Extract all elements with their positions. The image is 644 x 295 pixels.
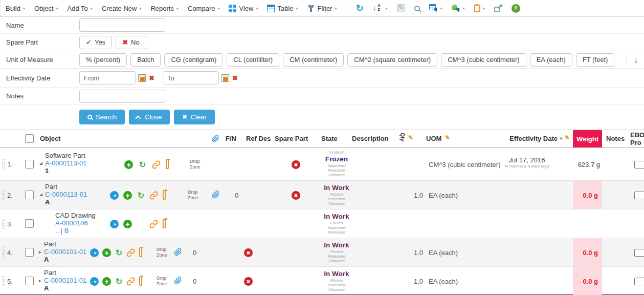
menu-compare[interactable]: Compare▾ <box>188 5 219 12</box>
refresh-icon[interactable]: ↻ <box>356 3 363 14</box>
row-checkbox[interactable] <box>25 277 34 285</box>
drop-zone[interactable]: Drop Zone <box>190 159 205 170</box>
spare-yes-button[interactable]: ✔Yes <box>79 36 112 49</box>
object-link[interactable]: C-0000101-01 <box>44 277 86 284</box>
object-link[interactable]: A-0000106 <box>55 219 88 227</box>
name-input[interactable] <box>79 18 165 32</box>
collapse-triangle-icon[interactable] <box>39 193 42 196</box>
spare-no-button[interactable]: ✖No <box>116 36 146 49</box>
add-icon[interactable]: + <box>102 248 111 257</box>
ebo-input[interactable] <box>634 278 644 285</box>
export-icon[interactable]: ↗ <box>494 4 502 12</box>
expand-triangle-icon[interactable]: ▸ <box>39 277 41 285</box>
uom-option-cm[interactable]: CM (centimeter) <box>283 53 344 67</box>
sort-button[interactable]: ↓AZ▾ <box>373 4 388 13</box>
search-button[interactable]: Search <box>79 110 125 124</box>
add-icon[interactable]: + <box>123 191 132 200</box>
ebo-input[interactable] <box>634 192 644 199</box>
clipboard-icon[interactable] <box>163 219 166 228</box>
link-chain-icon[interactable] <box>126 277 135 286</box>
sync-icon[interactable]: ↻ <box>138 160 147 169</box>
effectivity-edit-pencil-icon[interactable]: ✎ <box>565 134 570 141</box>
link-chain-icon[interactable] <box>149 191 158 200</box>
attachment-paperclip-icon[interactable] <box>212 191 220 199</box>
search-icon[interactable] <box>414 6 420 11</box>
add-icon[interactable]: + <box>123 220 132 228</box>
column-state[interactable]: State <box>321 135 338 142</box>
add-icon[interactable]: + <box>124 160 133 169</box>
menu-object[interactable]: Object▾ <box>34 5 58 12</box>
uom-option-cm3[interactable]: CM^3 (cubic centimeter) <box>441 53 526 67</box>
menu-add-to[interactable]: Add To▾ <box>68 5 93 12</box>
clear-button[interactable]: ✖Clear <box>174 110 214 124</box>
row-checkbox[interactable] <box>25 248 34 257</box>
uom-option-percent[interactable]: % (percent) <box>79 53 127 67</box>
uom-option-ft[interactable]: FT (feet) <box>576 53 615 67</box>
link-chain-icon[interactable] <box>152 160 161 169</box>
menu-table[interactable]: Table▾ <box>267 5 298 12</box>
object-link[interactable]: C-0000113-01 <box>45 191 87 198</box>
uom-edit-pencil-icon[interactable]: ✎ <box>445 134 450 141</box>
link-chain-icon[interactable] <box>149 220 158 228</box>
notes-input[interactable] <box>79 90 165 103</box>
menu-filter[interactable]: Filter▾ <box>307 5 337 12</box>
object-link[interactable]: A-0000113-01 <box>45 159 86 167</box>
drop-zone[interactable]: Drop Zone <box>188 189 203 201</box>
clear-from-date-icon[interactable]: ✖ <box>149 74 154 82</box>
attachments-column-paperclip-icon[interactable] <box>212 135 219 142</box>
column-ref-des[interactable]: Ref Des <box>246 135 271 142</box>
effectivity-to-input[interactable] <box>163 71 219 85</box>
column-notes[interactable]: Notes <box>606 135 625 142</box>
object-link[interactable]: C-0000101-01 <box>44 248 86 256</box>
object-revision[interactable]: ...| B <box>55 227 96 235</box>
edit-icon[interactable]: ✎ <box>397 4 405 12</box>
column-description[interactable]: Description <box>352 135 389 142</box>
column-object[interactable]: Object <box>40 135 60 142</box>
attachment-paperclip-icon[interactable] <box>174 248 182 256</box>
row-checkbox[interactable] <box>25 219 34 228</box>
menu-reports[interactable]: Reports▾ <box>150 5 179 12</box>
uom-option-batch[interactable]: Batch <box>130 53 161 67</box>
sync-icon[interactable]: ↻ <box>115 248 123 257</box>
drag-handle-icon[interactable]: ⣿⣿ <box>2 159 5 170</box>
qty-edit-pencil-icon[interactable]: ✎ <box>408 134 413 141</box>
drag-handle-icon[interactable]: ⣿⣿ <box>2 219 5 229</box>
menu-create-new[interactable]: Create New▾ <box>102 5 142 12</box>
row-checkbox[interactable] <box>25 160 34 168</box>
expand-triangle-icon[interactable]: ▸ <box>39 248 41 256</box>
menu-build[interactable]: Build▾ <box>6 5 25 12</box>
attachment-paperclip-icon[interactable] <box>174 277 182 285</box>
column-fn[interactable]: F/N <box>226 135 236 142</box>
uom-more-arrow[interactable]: ↓ <box>627 53 641 66</box>
ebo-input[interactable] <box>634 249 644 257</box>
object-actions-button[interactable]: ▾ <box>452 4 465 12</box>
sort-caret-icon[interactable]: ▾ <box>560 136 562 141</box>
drag-handle-icon[interactable]: ⣿⣿ <box>2 190 5 200</box>
uom-option-cl[interactable]: CL (centiliter) <box>227 53 279 67</box>
uom-option-cm2[interactable]: CM^2 (square centimeter) <box>347 53 437 67</box>
clipboard-icon[interactable] <box>139 247 142 257</box>
drop-zone[interactable]: Drop Zone <box>157 276 172 287</box>
column-qty[interactable]: Qty <box>399 133 405 141</box>
close-button[interactable]: Close <box>129 110 170 124</box>
select-all-checkbox[interactable] <box>25 134 34 143</box>
column-uom[interactable]: UOM <box>426 135 441 142</box>
navigate-icon[interactable]: ▲ <box>110 220 119 228</box>
table-actions-button[interactable]: ▾ <box>429 4 442 12</box>
clear-to-date-icon[interactable]: ✖ <box>232 74 238 82</box>
column-effectivity-date[interactable]: Effectivity Date <box>476 135 558 142</box>
uom-option-cg[interactable]: CG (centigram) <box>164 53 223 67</box>
collapse-triangle-icon[interactable] <box>39 162 42 165</box>
sync-icon[interactable]: ↻ <box>115 277 123 286</box>
menu-view[interactable]: View▾ <box>229 5 258 12</box>
clipboard-icon[interactable] <box>163 190 166 200</box>
column-ebo[interactable]: EBO Pro <box>630 131 644 146</box>
drag-handle-icon[interactable]: ⣿⣿ <box>2 276 5 286</box>
drag-handle-icon[interactable]: ⣿⣿ <box>2 247 5 258</box>
navigate-icon[interactable]: ▲ <box>110 191 119 200</box>
column-spare-part[interactable]: Spare Part <box>275 135 308 142</box>
drop-zone[interactable]: Drop Zone <box>157 247 172 258</box>
navigate-icon[interactable]: ▲ <box>90 277 99 286</box>
row-checkbox[interactable] <box>25 191 34 199</box>
uom-option-ea[interactable]: EA (each) <box>530 53 572 67</box>
